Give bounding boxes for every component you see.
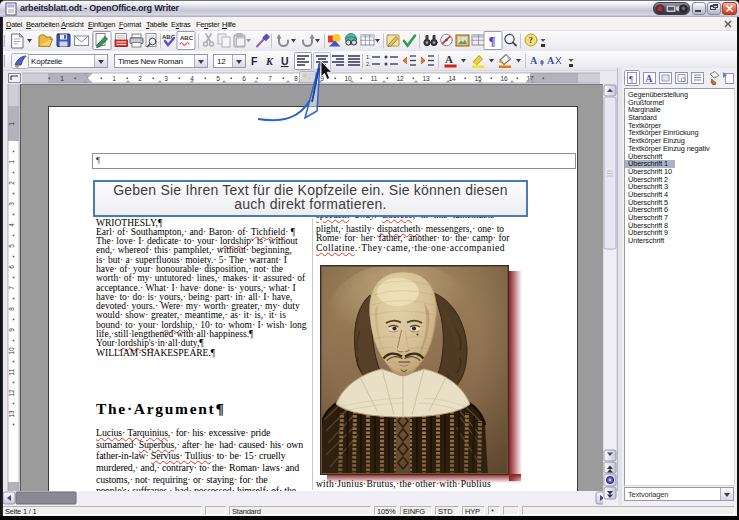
- svg-text:1: 1: [8, 122, 15, 126]
- svg-text:3: 3: [164, 75, 168, 82]
- svg-text:13: 13: [8, 410, 15, 418]
- svg-text:4: 4: [8, 223, 15, 227]
- svg-text:11: 11: [371, 75, 378, 82]
- svg-text:¶: ¶: [629, 74, 633, 84]
- svg-text:?: ?: [529, 35, 534, 45]
- svg-text:1: 1: [60, 75, 64, 82]
- svg-text:9: 9: [8, 328, 15, 332]
- svg-text:1: 1: [8, 160, 15, 164]
- svg-text:8: 8: [8, 307, 15, 311]
- svg-text:1.: 1.: [366, 54, 371, 60]
- svg-text:10: 10: [8, 347, 15, 355]
- svg-text:1: 1: [112, 75, 116, 82]
- svg-text:A: A: [646, 74, 653, 84]
- svg-text:13: 13: [422, 75, 430, 82]
- svg-text:12: 12: [396, 75, 404, 82]
- svg-text:2: 2: [138, 75, 142, 82]
- svg-text:12: 12: [8, 389, 15, 397]
- svg-text:¶: ¶: [489, 33, 496, 48]
- svg-text:7: 7: [8, 286, 15, 290]
- svg-text:5: 5: [216, 75, 220, 82]
- svg-text:A: A: [530, 55, 538, 66]
- svg-text:5: 5: [8, 244, 15, 248]
- svg-text:6: 6: [8, 265, 15, 269]
- svg-text:A: A: [445, 53, 453, 65]
- svg-text:ABC: ABC: [180, 35, 194, 41]
- svg-text:2.: 2.: [366, 61, 371, 67]
- svg-text:15: 15: [474, 75, 482, 82]
- svg-text:3: 3: [8, 202, 15, 206]
- svg-text:14: 14: [448, 75, 456, 82]
- svg-text:2: 2: [8, 181, 15, 185]
- svg-text:16: 16: [500, 75, 508, 82]
- svg-text:A: A: [547, 55, 555, 66]
- svg-text:11: 11: [8, 368, 15, 375]
